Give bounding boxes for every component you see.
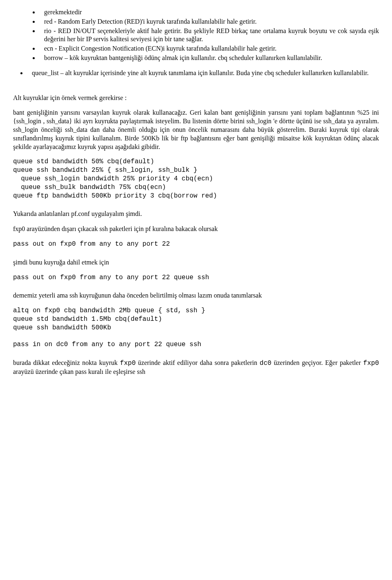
list-item: borrow – kök kuyruktan bantgenişliği ödü…	[39, 54, 379, 62]
paragraph-queue-add: şimdi bunu kuyruğa dahil etmek için	[13, 258, 379, 267]
list-item: red - Random Early Detection (RED)'i kuy…	[39, 18, 379, 26]
text-segment: burada dikkat edeceğiniz nokta kuyruk	[13, 359, 120, 366]
inline-code: fxp0	[120, 360, 136, 367]
paragraph-explanation: bant genişliğinin yarısını varsayılan ku…	[13, 109, 379, 151]
code-block-altq: altq on fxp0 cbq bandwidth 2Mb queue { s…	[13, 307, 379, 349]
text-segment: üzerinden geçiyor. Eğer paketler	[272, 359, 363, 366]
paragraph-intro: Alt kuyruklar için örnek vermek gerekirs…	[13, 94, 379, 102]
option-list-1: gerekmektedir red - Random Early Detecti…	[13, 8, 379, 62]
text-segment: üzerinde aktif ediliyor daha sonra paket…	[136, 359, 260, 366]
code-block-queue-def: queue std bandwidth 50% cbq(default) que…	[13, 158, 379, 200]
list-item: rio - RED IN/OUT seçenekleriyle aktif ha…	[39, 27, 379, 44]
option-list-2: queue_list – alt kuyruklar içerisinde yi…	[13, 69, 379, 78]
paragraph-fxp0: fxp0 arayüzünden dışarı çıkacak ssh pake…	[13, 225, 379, 233]
code-block-pass-out-2: pass out on fxp0 from any to any port 22…	[13, 273, 379, 282]
text-segment: arayüzü üzerinde çıkan pass kuralı ile e…	[13, 368, 145, 375]
inline-code: fxp0	[363, 360, 379, 367]
list-item: queue_list – alt kuyruklar içerisinde yi…	[27, 69, 379, 78]
paragraph-note: burada dikkat edeceğiniz nokta kuyruk fx…	[13, 359, 379, 376]
paragraph-apply: Yukarıda anlatılanları pf.conf uygulayal…	[13, 210, 379, 218]
inline-code: dc0	[260, 360, 272, 367]
paragraph-define-queue: dememiz yeterli ama ssh kuyruğunun daha …	[13, 291, 379, 300]
code-block-pass-out-1: pass out on fxp0 from any to any port 22	[13, 240, 379, 249]
list-item: ecn - Explicit Congestion Notification (…	[39, 44, 379, 53]
list-item: gerekmektedir	[39, 8, 379, 17]
